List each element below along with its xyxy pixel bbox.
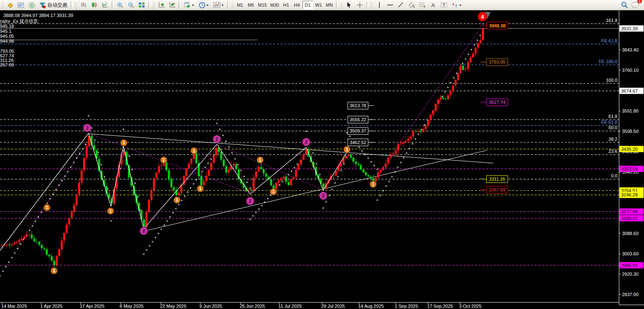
arrows-icon: [452, 2, 459, 8]
wave-marker-1-label: 1: [53, 268, 55, 273]
fib-label: FE 61.8: [601, 120, 617, 125]
vertical-line-icon: [376, 2, 382, 8]
wave-marker-2-label: 2: [305, 140, 307, 145]
timeframe-W1[interactable]: W1: [313, 1, 324, 9]
fib-label: 161.8: [606, 18, 617, 23]
vertical-line-button[interactable]: [374, 0, 384, 10]
new-chart-button[interactable]: ▼: [182, 0, 196, 10]
fibonacci-button[interactable]: F: [418, 0, 428, 10]
price-box-right-label: 3793.05: [489, 59, 506, 64]
date-label: 1 Sep 2025: [395, 304, 418, 309]
fib-label: 61.8: [609, 114, 617, 119]
timeframe-M1[interactable]: M1: [235, 1, 246, 9]
date-label: 3 Oct 2025: [459, 304, 482, 309]
period-button[interactable]: ▼: [197, 0, 211, 10]
axis-tick-label: 3760.10: [622, 68, 639, 73]
channel-button[interactable]: E: [407, 0, 417, 10]
axis-price-tag-label: 2956.81: [621, 263, 638, 268]
timeframe-H4[interactable]: H4: [292, 1, 302, 9]
wave-marker-1-label: 1: [259, 158, 261, 162]
text-label-button[interactable]: T: [439, 0, 449, 10]
fib-label: 50.0: [609, 125, 617, 130]
signals-button[interactable]: [27, 0, 37, 10]
indicator-info-title: nafor_Ex 提示信息:: [0, 19, 39, 24]
axis-tick-label: 3843.40: [622, 47, 639, 52]
tile-windows-button[interactable]: [137, 0, 147, 10]
arrows-caret: ▼: [459, 4, 462, 7]
indicator-value: 945.18: [0, 24, 14, 29]
chart-shift-icon: [158, 2, 165, 8]
crosshair-button[interactable]: [355, 0, 365, 10]
fib-label: FE 61.8: [601, 38, 617, 43]
fib-label: 23.6: [609, 149, 617, 154]
axis-tick-label: 2920.30: [622, 272, 639, 277]
wave-marker-1-label: 1: [162, 158, 165, 162]
zoom-in-button[interactable]: [115, 0, 125, 10]
mt4-window: { "toolbar": { "autotrade_label": "自动交易"…: [0, 0, 644, 309]
timeframe-H1[interactable]: H1: [281, 1, 292, 9]
indicator-value: 945.05: [0, 34, 14, 39]
chart-shift-button[interactable]: [156, 0, 166, 10]
notifications-button[interactable]: 1: [630, 0, 640, 10]
tile-windows-icon: [138, 2, 145, 8]
search-icon: [621, 1, 628, 9]
horizontal-line-button[interactable]: [385, 0, 395, 10]
date-label: 25 Jun 2025: [240, 304, 265, 309]
new-order-button[interactable]: [5, 0, 15, 10]
new-order-icon: [7, 2, 14, 9]
wave-marker-1-label: 1: [109, 209, 112, 213]
line-chart-button[interactable]: [100, 0, 110, 10]
text-icon: A: [430, 2, 436, 8]
zoom-in-icon: [117, 2, 124, 9]
timeframe-M30[interactable]: M30: [268, 1, 280, 9]
date-label: 29 Jul 2025: [321, 304, 345, 309]
text-label-icon: T: [440, 2, 447, 8]
channel-icon: E: [408, 2, 415, 8]
svg-text:T: T: [442, 2, 445, 7]
bar-chart-button[interactable]: [79, 0, 88, 10]
indicator-value: 267.69: [0, 62, 14, 67]
new-chart-icon: [184, 2, 191, 9]
wave-marker-1-label: 1: [272, 189, 275, 194]
axis-tick-label: 3591.80: [622, 108, 639, 113]
profile-charts-icon: [17, 2, 25, 9]
zoom-out-button[interactable]: [126, 0, 136, 10]
cursor-icon: [346, 2, 352, 8]
wave-marker-2-label: 2: [143, 228, 145, 233]
arrows-button[interactable]: ▼: [450, 0, 464, 10]
timeframe-MN[interactable]: MN: [324, 1, 335, 9]
toolbar-drag-handle[interactable]: [1, 1, 4, 9]
auto-scroll-button[interactable]: [167, 0, 177, 10]
fib-label: 100.0: [606, 78, 617, 83]
wave-marker-2-label: 2: [322, 193, 324, 198]
fibonacci-icon: F: [419, 2, 426, 8]
autotrading-icon: [39, 2, 46, 9]
price-box-right-label: 3311.26: [489, 177, 505, 181]
price-box-left-label: 3509.37: [350, 128, 366, 133]
search-button[interactable]: [619, 0, 629, 10]
date-label: 1 Apr 2025: [40, 304, 62, 309]
template-button[interactable]: ▼: [211, 0, 226, 10]
svg-text:A: A: [431, 2, 435, 8]
trendline-button[interactable]: [396, 0, 406, 10]
wave-marker-2-label: 2: [216, 137, 218, 142]
date-label: 6 May 2025: [120, 304, 143, 309]
fib-label: 38.2: [609, 137, 617, 142]
period-caret: ▼: [206, 4, 209, 7]
profile-charts-button[interactable]: [16, 0, 26, 10]
wave-marker-1-label: 1: [346, 147, 348, 152]
timeframe-M15[interactable]: M15: [256, 1, 268, 9]
price-chart[interactable]: 11111111111122222243613.783556.223509.37…: [0, 0, 644, 309]
axis-tick-label: 2837.00: [622, 292, 639, 297]
text-button[interactable]: A: [428, 0, 438, 10]
date-label: 22 May 2025: [160, 304, 187, 309]
candlestick-chart-button[interactable]: [89, 0, 99, 10]
cursor-button[interactable]: [344, 0, 354, 10]
timeframe-M5[interactable]: M5: [246, 1, 256, 9]
date-label: 9 Jun 2025: [199, 304, 222, 309]
autotrading-button[interactable]: 自动交易: [37, 0, 69, 10]
date-label: 14 Aug 2025: [358, 304, 384, 309]
crosshair-icon: [356, 2, 363, 8]
timeframe-D1[interactable]: D1: [302, 1, 313, 9]
price-box-right-label: 3944.98: [489, 23, 506, 28]
